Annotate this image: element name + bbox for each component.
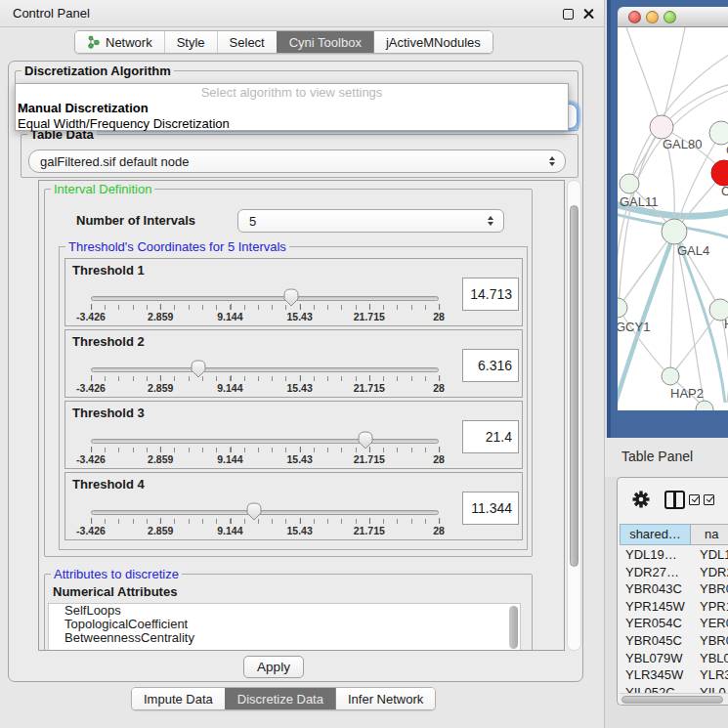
table-row[interactable]: YDR27… YDR2 bbox=[620, 564, 728, 581]
tab-jactivemnodules[interactable]: jActiveMNodules bbox=[373, 31, 492, 53]
table-row[interactable]: YLR345W YLR3 bbox=[620, 666, 728, 684]
dropdown-option-manual-discretization[interactable]: Manual Discretization bbox=[16, 101, 568, 116]
table-data-group: Table Data galFiltered.sif default node bbox=[21, 134, 578, 178]
threshold-slider[interactable]: -3.4262.8599.14415.4321.71528 bbox=[91, 498, 439, 541]
split-view-icon[interactable] bbox=[664, 491, 685, 509]
tab-network[interactable]: Network bbox=[75, 31, 164, 53]
table-row[interactable]: YIL052C YIL0 bbox=[620, 684, 728, 693]
tab-label: Infer Network bbox=[348, 692, 423, 707]
table-data-combobox[interactable]: galFiltered.sif default node bbox=[28, 150, 566, 173]
column-header-shared-name[interactable]: shared… bbox=[620, 524, 691, 545]
tab-label: Cyni Toolbox bbox=[289, 35, 362, 50]
close-icon[interactable] bbox=[582, 8, 595, 21]
top-tab-bar: Network Style Select Cyni Toolbox jActiv… bbox=[74, 30, 493, 54]
tick-label: 21.715 bbox=[354, 453, 385, 465]
slider-thumb[interactable] bbox=[357, 430, 374, 450]
list-scrollbar[interactable] bbox=[509, 606, 518, 649]
checkbox-icon[interactable] bbox=[689, 494, 700, 505]
network-node[interactable] bbox=[711, 160, 728, 186]
tick-label: 21.715 bbox=[354, 525, 385, 536]
network-edge[interactable] bbox=[620, 233, 673, 307]
network-node-label: HAP2 bbox=[670, 386, 704, 401]
table-row[interactable]: YBL079W YBL0 bbox=[620, 650, 728, 667]
tick-label: -3.426 bbox=[76, 453, 106, 465]
table-row[interactable]: YBR045C YBR0 bbox=[620, 632, 728, 650]
tab-impute-data[interactable]: Impute Data bbox=[132, 688, 225, 709]
tab-discretize-data[interactable]: Discretize Data bbox=[225, 688, 335, 709]
table-row[interactable]: YBR043C YBR0 bbox=[620, 580, 728, 598]
list-item[interactable]: SelfLoops bbox=[49, 604, 520, 618]
dropdown-option-equal-width-frequency[interactable]: Equal Width/Frequency Discretization bbox=[16, 116, 568, 132]
tick-label: 28 bbox=[433, 382, 445, 394]
slider-thumb[interactable] bbox=[245, 501, 263, 521]
threshold-value-field[interactable]: 14.713 bbox=[462, 278, 519, 311]
network-edge[interactable] bbox=[675, 233, 705, 407]
scrollbar-thumb[interactable] bbox=[621, 696, 723, 704]
cell-name: YER0 bbox=[691, 615, 728, 632]
tick-label: 15.43 bbox=[286, 382, 312, 394]
network-canvas[interactable]: GAL80GACGAL11GAL4GCY1HHAP2 bbox=[618, 27, 728, 410]
threshold-slider[interactable]: -3.4262.8599.14415.4321.71528 bbox=[91, 284, 439, 327]
network-edge[interactable] bbox=[630, 53, 728, 183]
network-edge[interactable] bbox=[670, 233, 674, 375]
slider-track[interactable] bbox=[91, 439, 439, 444]
scrollbar-thumb[interactable] bbox=[570, 205, 578, 567]
tab-style[interactable]: Style bbox=[164, 31, 217, 53]
zoom-traffic-light[interactable] bbox=[664, 11, 676, 23]
threshold-value-field[interactable]: 21.4 bbox=[462, 420, 519, 453]
bottom-tab-bar: Impute Data Discretize Data Infer Networ… bbox=[131, 687, 436, 710]
network-node-label: H bbox=[724, 317, 728, 331]
float-window-icon[interactable] bbox=[563, 9, 574, 20]
close-traffic-light[interactable] bbox=[628, 11, 641, 23]
slider-ticks bbox=[91, 448, 440, 452]
gear-icon[interactable] bbox=[631, 490, 651, 509]
network-node[interactable] bbox=[620, 174, 639, 193]
slider-thumb[interactable] bbox=[190, 359, 207, 378]
network-node[interactable] bbox=[650, 115, 673, 139]
network-node[interactable] bbox=[662, 219, 687, 244]
apply-button[interactable]: Apply bbox=[243, 656, 304, 678]
network-node[interactable] bbox=[709, 121, 728, 145]
list-item[interactable]: TopologicalCoefficient bbox=[49, 618, 520, 631]
tick-label: 2.859 bbox=[148, 382, 173, 394]
tab-select[interactable]: Select bbox=[217, 31, 277, 53]
list-item[interactable]: BetweennessCentrality bbox=[49, 631, 520, 645]
network-node-label: C bbox=[721, 184, 728, 198]
network-node[interactable] bbox=[618, 298, 627, 318]
network-edge[interactable] bbox=[626, 27, 661, 126]
tick-label: 15.43 bbox=[286, 311, 312, 322]
thresholds-group: Threshold's Coordinates for 5 Intervals … bbox=[59, 246, 528, 550]
threshold-slider[interactable]: -3.4262.8599.14415.4321.71528 bbox=[91, 427, 439, 470]
minimize-traffic-light[interactable] bbox=[646, 11, 659, 23]
threshold-value-field[interactable]: 6.316 bbox=[462, 349, 519, 382]
slider-thumb[interactable] bbox=[282, 287, 300, 307]
tab-label: Discretize Data bbox=[237, 692, 323, 707]
number-of-intervals-combobox[interactable]: 5 bbox=[237, 209, 504, 233]
network-window-titlebar[interactable] bbox=[618, 7, 728, 27]
threshold-slider[interactable]: -3.4262.8599.14415.4321.71528 bbox=[91, 356, 439, 399]
table-row[interactable]: YPR145W YPR1 bbox=[620, 598, 728, 616]
table-panel-title: Table Panel bbox=[621, 449, 693, 464]
threshold-panel: Threshold 3 -3.4262.8599.14415.4321.7152… bbox=[64, 401, 523, 469]
vertical-scrollbar[interactable] bbox=[567, 180, 581, 651]
tick-label: 15.43 bbox=[286, 525, 312, 536]
horizontal-scrollbar[interactable] bbox=[620, 693, 728, 705]
tab-infer-network[interactable]: Infer Network bbox=[335, 688, 435, 709]
table-toolbar bbox=[618, 478, 728, 521]
column-header-name[interactable]: na bbox=[691, 524, 728, 545]
numerical-attributes-list[interactable]: SelfLoopsTopologicalCoefficientBetweenne… bbox=[48, 603, 521, 651]
threshold-value-field[interactable]: 11.344 bbox=[462, 492, 519, 525]
tick-label: 28 bbox=[433, 311, 445, 322]
table-panel-titlebar: Table Panel bbox=[605, 438, 728, 477]
table-row[interactable]: YER054C YER0 bbox=[620, 615, 728, 632]
network-edge[interactable] bbox=[663, 27, 685, 125]
slider-track[interactable] bbox=[91, 367, 439, 372]
network-node[interactable] bbox=[662, 367, 679, 385]
attributes-group: Attributes to discretize Numerical Attri… bbox=[44, 574, 533, 651]
tab-cyni-toolbox[interactable]: Cyni Toolbox bbox=[277, 31, 373, 53]
table-row[interactable]: YDL19… YDL1 bbox=[620, 546, 728, 564]
checkbox-icon[interactable] bbox=[704, 494, 714, 505]
slider-track[interactable] bbox=[91, 296, 439, 301]
tick-label: 21.715 bbox=[354, 311, 385, 322]
slider-track[interactable] bbox=[91, 510, 439, 515]
